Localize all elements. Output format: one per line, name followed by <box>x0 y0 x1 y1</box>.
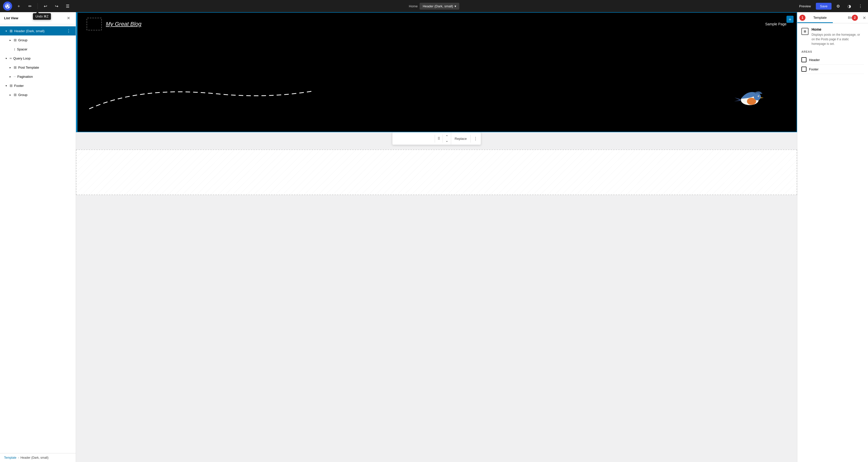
main-area: List View ✕ ⊞ Header (Dark, small) ⋮ ⊞ G… <box>0 12 868 462</box>
second-placeholder-block <box>76 149 797 195</box>
canvas-area: My Great Blog Sample Page <box>76 12 797 462</box>
sidebar-item-footer[interactable]: ⊞ Footer ⋮ <box>0 81 76 90</box>
sidebar-title: List View <box>4 16 18 20</box>
area-item-footer[interactable]: Footer <box>801 65 864 74</box>
sidebar: List View ✕ ⊞ Header (Dark, small) ⋮ ⊞ G… <box>0 12 76 462</box>
toolbar-replace-button[interactable]: Replace <box>451 135 471 143</box>
areas-label: AREAS <box>801 50 864 53</box>
tools-button[interactable]: ✏ <box>25 2 34 11</box>
sidebar-item-pagination[interactable]: ··· Pagination ⋮ <box>0 72 76 81</box>
template-home-item: ⊞ Home Displays posts on the homepage, o… <box>801 27 864 46</box>
badge-2: 2 <box>852 15 858 21</box>
topbar-right: Preview Save ⚙ ◑ ⋮ <box>796 2 865 11</box>
selection-indicator <box>76 13 78 132</box>
bird-icon <box>733 86 766 112</box>
sidebar-item-label-pagination: Pagination <box>17 75 64 79</box>
chevron-pagination <box>8 74 12 79</box>
add-block-in-header[interactable]: ＋ <box>786 16 794 23</box>
block-icon-query-loop: ∞ <box>10 57 12 60</box>
sidebar-tree: ⊞ Header (Dark, small) ⋮ ⊞ Group ⋮ ↕ Spa… <box>0 24 76 453</box>
theme-toggle-button[interactable]: ◑ <box>845 2 854 11</box>
chevron-header <box>4 29 8 33</box>
wp-icon <box>5 4 10 9</box>
chevron-down-icon: ▾ <box>455 4 456 8</box>
site-title: My Great Blog <box>106 21 142 27</box>
block-toolbar: ⊞ Header (Dark, small) ⠿ ⌃⌄ Replace ⋮ <box>392 132 481 145</box>
badge-2-container: 2 <box>852 15 858 21</box>
area-name-header: Header <box>809 58 820 62</box>
svg-point-2 <box>754 93 761 100</box>
sidebar-item-query-loop[interactable]: ∞ Query Loop ⋮ <box>0 54 76 63</box>
template-home-title: Home <box>811 27 864 31</box>
chevron-query-loop <box>4 56 8 60</box>
sidebar-item-label-group1: Group <box>18 38 64 42</box>
chevron-group1 <box>8 38 12 42</box>
more-options-button[interactable]: ⋮ <box>856 2 865 11</box>
dashed-path-svg <box>89 81 317 112</box>
block-icon-header: ⊞ <box>10 29 13 33</box>
area-icon-header <box>801 57 806 62</box>
panel-close-button[interactable]: ✕ <box>863 15 866 20</box>
toolbar-header-label: Header (Dark, small) <box>401 137 431 141</box>
right-panel: 1 Template Block 2 ✕ ⊞ Home Displays pos… <box>797 12 868 462</box>
panel-tabs: 1 Template Block 2 ✕ <box>797 12 868 23</box>
svg-point-4 <box>758 96 760 97</box>
template-home-icon: ⊞ <box>801 28 808 35</box>
tab-indicator <box>797 22 833 23</box>
sidebar-item-label-footer: Footer <box>14 84 64 88</box>
sidebar-item-label-header: Header (Dark, small) <box>14 29 64 33</box>
toolbar-drag-handle[interactable]: ⠿ <box>435 134 443 143</box>
sidebar-close-button[interactable]: ✕ <box>65 15 72 21</box>
header-block[interactable]: My Great Blog Sample Page <box>76 12 797 132</box>
sidebar-item-label-post-template: Post Template <box>18 66 64 69</box>
header-nav: My Great Blog Sample Page <box>76 13 797 35</box>
header-more-button[interactable]: ⋮ <box>66 29 72 33</box>
block-icon-group2: ⊞ <box>14 93 17 97</box>
wp-logo[interactable] <box>3 2 12 11</box>
area-item-header[interactable]: Header <box>801 55 864 65</box>
svg-rect-6 <box>76 150 797 194</box>
sidebar-item-group1[interactable]: ⊞ Group ⋮ <box>0 35 76 44</box>
undo-button[interactable]: ↩ <box>41 2 50 11</box>
block-icon-footer: ⊞ <box>10 84 13 88</box>
template-icon-glyph: ⊞ <box>804 30 806 33</box>
placeholder-diagonal-lines <box>76 150 797 194</box>
sidebar-item-group2[interactable]: ⊞ Group ⋮ <box>0 90 76 99</box>
add-block-button[interactable]: ＋ <box>14 2 23 11</box>
breadcrumb-home: Home <box>409 4 418 8</box>
topbar: ＋ ✏ ↩ ↪ ☰ Undo ⌘Z Home Header (Dark, sma… <box>0 0 868 12</box>
block-icon-toolbar: ⊞ <box>396 137 399 141</box>
block-icon-post-template: ⊞ <box>14 65 17 69</box>
chevron-group2 <box>8 93 12 97</box>
redo-button[interactable]: ↪ <box>52 2 61 11</box>
nav-link: Sample Page <box>765 22 786 26</box>
save-button[interactable]: Save <box>816 3 832 10</box>
breadcrumb-template-link[interactable]: Template <box>4 456 17 459</box>
list-view-button[interactable]: ☰ <box>63 2 72 11</box>
sidebar-item-post-template[interactable]: ⊞ Post Template ⋮ <box>0 63 76 72</box>
sidebar-footer: Template › Header (Dark, small) <box>0 453 76 462</box>
logo-placeholder <box>87 18 102 30</box>
panel-content: ⊞ Home Displays posts on the homepage, o… <box>797 23 868 462</box>
sidebar-item-header[interactable]: ⊞ Header (Dark, small) ⋮ <box>0 26 76 35</box>
header-image-area <box>76 35 797 132</box>
chevron-post-template <box>8 65 12 69</box>
area-icon-footer <box>801 67 806 72</box>
template-selector[interactable]: Header (Dark, small) ▾ <box>420 3 459 10</box>
template-home-info: Home Displays posts on the homepage, or … <box>811 27 864 46</box>
toolbar-more-options[interactable]: ⋮ <box>470 134 480 143</box>
separator-1 <box>37 3 38 9</box>
topbar-center: Home Header (Dark, small) ▾ <box>74 3 794 10</box>
toolbar-block-name[interactable]: ⊞ Header (Dark, small) <box>393 135 435 143</box>
settings-button[interactable]: ⚙ <box>834 2 843 11</box>
badge-1-container: 1 <box>799 15 805 21</box>
toolbar-move-updown[interactable]: ⌃⌄ <box>443 132 451 145</box>
undo-tooltip: Undo ⌘Z <box>33 13 51 20</box>
sidebar-item-spacer[interactable]: ↕ Spacer ⋮ <box>0 44 76 54</box>
block-icon-group1: ⊞ <box>14 38 17 42</box>
preview-button[interactable]: Preview <box>796 3 814 10</box>
sidebar-item-label-spacer: Spacer <box>17 48 64 51</box>
breadcrumb-separator: › <box>18 456 19 459</box>
sidebar-item-label-group2: Group <box>18 93 64 97</box>
block-icon-pagination: ··· <box>14 75 16 78</box>
